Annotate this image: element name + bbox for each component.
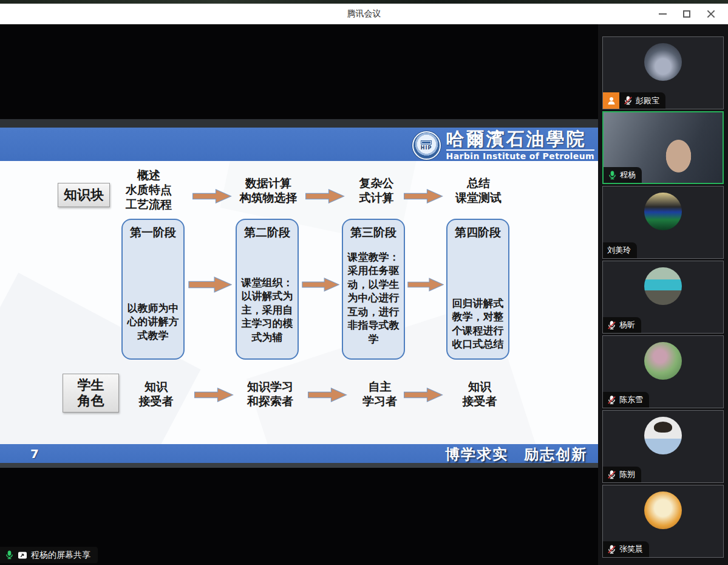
school-name-chinese: 哈爾濱石油學院 (446, 129, 587, 149)
participant-name: 程杨 (620, 170, 636, 180)
student-role-label: 学生 角色 (63, 374, 119, 413)
flow-step: 概述 水质特点 工艺流程 (115, 168, 182, 211)
flow-step: 知识 接受者 (446, 380, 513, 409)
stage-body: 以教师为中心的讲解方式教学 (126, 301, 180, 342)
stage-body: 课堂教学：采用任务驱动，以学生为中心进行互动，进行非指导式教学 (347, 250, 400, 346)
seal-building-icon (421, 140, 432, 145)
flow-arrow-icon (188, 276, 232, 293)
participants-panel: 彭殿宝 程杨 (598, 24, 728, 565)
stage-box-1: 第一阶段 以教师为中心的讲解方式教学 (121, 219, 185, 360)
stage-title: 第二阶段 (240, 225, 294, 241)
avatar (644, 43, 682, 81)
share-toast-label: 程杨的屏幕共享 (31, 550, 90, 561)
flow-arrow-icon (402, 189, 444, 204)
tile-footer: 陈朔 (603, 467, 641, 482)
school-names: 哈爾濱石油學院 Harbin Institute of Petroleum (446, 129, 594, 161)
participant-tile[interactable]: 张笑晨 (602, 485, 724, 558)
participant-name: 陈东雪 (619, 394, 643, 405)
window-titlebar: 腾讯会议 (0, 4, 728, 24)
participant-tile[interactable]: 彭殿宝 (602, 36, 724, 109)
flow-arrow-icon (191, 388, 236, 402)
participant-tile[interactable]: 陈朔 (602, 410, 724, 483)
avatar (644, 342, 682, 380)
mic-muted-icon (624, 96, 633, 105)
flow-step: 知识学习 和探索者 (237, 380, 304, 409)
flow-step: 知识 接受者 (123, 380, 189, 409)
flow-arrow-icon (407, 276, 444, 293)
window-title: 腾讯会议 (347, 9, 381, 19)
close-button[interactable] (699, 5, 723, 23)
flow-arrow-icon (401, 388, 446, 402)
seal-text: HIP (421, 145, 432, 151)
knowledge-block-label: 知识块 (58, 183, 110, 207)
minimize-button[interactable] (650, 5, 675, 23)
mic-muted-icon (607, 321, 616, 330)
slide-page-number: 7 (30, 447, 39, 461)
stage-body: 回归讲解式教学，对整个课程进行收口式总结 (451, 296, 505, 351)
tencent-meeting-window: 腾讯会议 HIP 哈爾濱石油學院 Harbin Institute of Pe (0, 0, 728, 565)
mic-muted-icon (607, 470, 616, 479)
participant-tile-active-speaker[interactable]: 程杨 (602, 111, 724, 184)
slide-header-band: HIP 哈爾濱石油學院 Harbin Institute of Petroleu… (0, 128, 598, 161)
avatar (644, 417, 682, 454)
flow-step: 总结 课堂测试 (445, 176, 512, 205)
stage-title: 第三阶段 (347, 225, 400, 241)
close-icon (707, 10, 715, 18)
school-motto: 博学求实 励志创新 (445, 445, 587, 464)
mic-muted-icon (607, 396, 616, 405)
participant-tile[interactable]: 杨昕 (602, 261, 724, 334)
avatar (644, 491, 682, 529)
share-letterbox-top (0, 24, 598, 119)
participant-tile[interactable]: 刘美玲 (602, 186, 724, 259)
avatar (644, 267, 682, 305)
flow-arrow-icon (302, 276, 339, 293)
share-edge-strip (0, 119, 598, 128)
participant-name: 彭殿宝 (636, 95, 659, 106)
tile-footer: 刘美玲 (603, 242, 637, 258)
stage-box-2: 第二阶段 课堂组织：以讲解式为主，采用自主学习的模式为辅 (236, 219, 299, 360)
screen-share-indicator: 程杨的屏幕共享 (0, 547, 98, 563)
slide-footer-band: 7 博学求实 励志创新 (0, 444, 598, 463)
stage-body: 课堂组织：以讲解式为主，采用自主学习的模式为辅 (240, 276, 294, 344)
participant-tile[interactable]: 陈东雪 (602, 335, 724, 408)
flow-arrow-icon (306, 388, 349, 402)
participant-name: 张笑晨 (619, 544, 643, 555)
mic-muted-icon (607, 545, 616, 554)
flow-step: 自主 学习者 (351, 380, 409, 409)
tile-footer: 彭殿宝 (603, 92, 665, 109)
maximize-icon (683, 10, 690, 18)
participant-name: 刘美玲 (607, 245, 631, 256)
maximize-button[interactable] (675, 5, 699, 23)
flow-step: 数据计算 构筑物选择 (235, 176, 302, 205)
avatar (644, 193, 682, 230)
flow-arrow-icon (304, 189, 346, 204)
tile-footer: 陈东雪 (603, 392, 649, 408)
university-logo: HIP 哈爾濱石油學院 Harbin Institute of Petroleu… (412, 129, 594, 161)
tile-footer: 程杨 (604, 167, 642, 183)
participant-name: 陈朔 (619, 469, 635, 480)
university-seal-icon: HIP (412, 131, 441, 160)
school-name-english: Harbin Institute of Petroleum (446, 149, 594, 161)
profile-badge-icon (603, 92, 619, 109)
stage-box-3: 第三阶段 课堂教学：采用任务驱动，以学生为中心进行互动，进行非指导式教学 (342, 219, 405, 360)
screen-share-view: HIP 哈爾濱石油學院 Harbin Institute of Petroleu… (0, 24, 598, 565)
flow-arrow-icon (190, 189, 234, 204)
screen-share-icon (18, 550, 27, 560)
minimize-icon (659, 13, 667, 15)
mic-on-icon (5, 550, 14, 560)
stage-title: 第一阶段 (126, 225, 180, 241)
window-controls (650, 4, 723, 24)
stage-box-4: 第四阶段 回归讲解式教学，对整个课程进行收口式总结 (446, 219, 509, 360)
stage-title: 第四阶段 (451, 225, 505, 241)
participant-name: 杨昕 (619, 320, 635, 330)
slide-content: 知识块 概述 水质特点 工艺流程 数据计算 构筑物选择 复杂公 式计算 总结 课… (0, 161, 598, 444)
flow-step: 复杂公 式计算 (349, 176, 404, 205)
tile-footer: 杨昕 (603, 317, 641, 333)
mic-on-icon (608, 171, 617, 180)
tile-footer: 张笑晨 (603, 541, 649, 557)
